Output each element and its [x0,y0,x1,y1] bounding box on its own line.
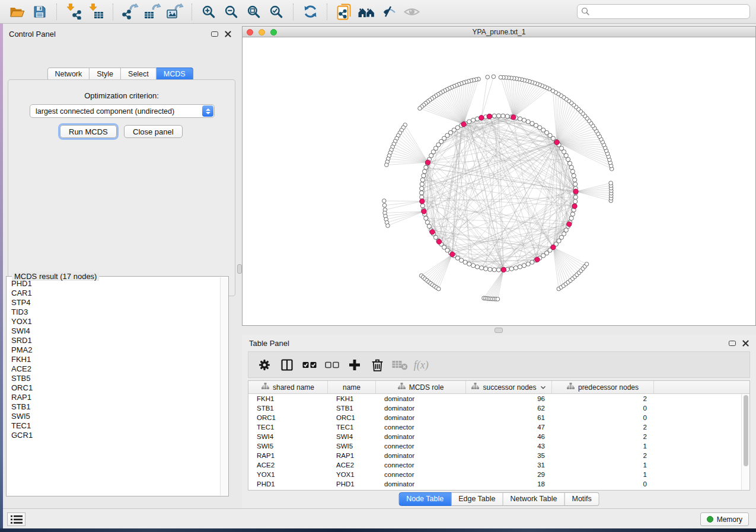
zoom-in-button[interactable] [199,2,218,21]
float-panel-icon[interactable] [211,31,218,37]
mcds-result-item[interactable]: PHD1 [11,279,220,289]
zoom-selected-button[interactable] [267,2,286,21]
network-leaf-node[interactable] [386,224,390,228]
network-node[interactable] [526,262,530,266]
network-node[interactable] [420,178,425,182]
mcds-hub-node[interactable] [511,115,516,120]
export-table-button[interactable] [143,2,162,21]
network-node[interactable] [471,264,476,268]
network-leaf-node[interactable] [609,181,613,185]
mcds-hub-node[interactable] [436,239,441,244]
network-leaf-node[interactable] [385,163,389,167]
network-leaf-node[interactable] [551,89,555,93]
network-node[interactable] [471,118,476,122]
table-settings-button[interactable] [254,355,275,375]
network-node[interactable] [480,266,484,270]
import-table-button[interactable] [87,2,106,21]
network-node[interactable] [564,228,568,232]
column-header-shared-name[interactable]: shared name [248,381,328,393]
toggle-columns-button[interactable] [277,355,297,375]
close-panel-icon[interactable] [742,340,749,347]
zoom-fit-button[interactable] [244,2,263,21]
deselect-all-button[interactable] [322,355,342,375]
network-node[interactable] [509,267,513,271]
mcds-hub-node[interactable] [420,199,425,204]
mcds-hub-node[interactable] [554,140,559,145]
network-node[interactable] [425,220,429,225]
network-node[interactable] [423,169,427,174]
mcds-hub-node[interactable] [450,252,455,257]
horizontal-splitter[interactable] [242,326,756,335]
column-header-name[interactable]: name [328,381,376,393]
mcds-result-item[interactable]: PMA2 [11,345,220,355]
network-node[interactable] [569,165,573,169]
network-node[interactable] [526,120,530,124]
mcds-result-item[interactable]: SWI4 [11,326,220,336]
mcds-result-item[interactable]: ORC1 [11,383,220,393]
network-node[interactable] [530,260,534,264]
network-node[interactable] [570,212,575,216]
network-node[interactable] [488,267,492,271]
tab-motifs[interactable]: Motifs [564,492,599,506]
table-row[interactable]: TEC1TEC1connector472 [248,422,741,432]
network-node[interactable] [570,169,575,174]
add-column-button[interactable] [344,355,365,375]
column-header-predecessor-nodes[interactable]: predecessor nodes [552,381,654,393]
network-node[interactable] [522,264,526,268]
close-panel-icon[interactable] [225,31,231,37]
splitter-grip[interactable] [237,264,242,274]
mcds-result-item[interactable]: SRD1 [11,336,220,345]
vertical-splitter[interactable] [237,24,242,508]
mcds-result-item[interactable]: TEC1 [11,421,220,431]
close-window-icon[interactable] [247,29,253,36]
mcds-hub-node[interactable] [422,209,426,214]
table-row[interactable]: FKH1FKH1dominator962 [248,394,741,403]
column-header-MCDS-role[interactable]: MCDS role [376,381,466,393]
mcds-hub-node[interactable] [501,267,506,272]
tab-network-table[interactable]: Network Table [503,492,565,506]
network-node[interactable] [467,262,471,266]
mcds-result-item[interactable]: FKH1 [11,355,220,364]
network-node[interactable] [460,258,464,262]
mcds-result-item[interactable]: STB1 [11,402,220,412]
minimize-window-icon[interactable] [259,29,265,36]
save-session-button[interactable] [30,2,49,21]
mcds-result-item[interactable]: CAR1 [11,289,220,298]
network-node[interactable] [569,216,573,220]
network-node[interactable] [467,120,471,124]
mcds-hub-node[interactable] [430,229,435,234]
scrollbar-thumb[interactable] [744,395,748,466]
network-leaf-node[interactable] [382,203,387,207]
close-panel-button[interactable]: Close panel [124,125,183,138]
mcds-hub-node[interactable] [567,222,572,226]
optimization-criterion-select[interactable]: largest connected component (undirected) [30,104,215,118]
network-node[interactable] [492,114,496,118]
memory-button[interactable]: Memory [700,512,749,526]
network-node[interactable] [501,114,505,118]
network-node[interactable] [475,265,479,269]
mcds-hub-node[interactable] [461,122,466,127]
network-leaf-node[interactable] [492,75,496,79]
table-row[interactable]: PHD1PHD1dominator180 [248,479,741,489]
network-node[interactable] [492,268,496,272]
mcds-hub-node[interactable] [535,257,540,262]
search-input[interactable] [577,4,750,19]
mcds-hub-node[interactable] [573,189,578,194]
network-leaf-node[interactable] [496,297,500,302]
delete-column-button[interactable] [367,355,387,375]
network-leaf-node[interactable] [382,199,387,203]
mcds-result-item[interactable]: ACE2 [11,364,220,374]
network-leaf-node[interactable] [418,107,422,111]
network-node[interactable] [427,224,431,228]
mcds-hub-node[interactable] [487,114,492,118]
table-row[interactable]: RAP1RAP1dominator352 [248,451,741,460]
refresh-view-button[interactable] [301,2,320,21]
mcds-result-item[interactable]: STP4 [11,298,220,307]
mcds-hub-node[interactable] [425,160,430,165]
network-node[interactable] [518,265,522,269]
first-neighbors-button[interactable] [357,2,376,21]
network-leaf-node[interactable] [585,262,589,267]
network-node[interactable] [568,161,572,165]
maximize-window-icon[interactable] [270,29,277,36]
mcds-hub-node[interactable] [551,245,556,249]
